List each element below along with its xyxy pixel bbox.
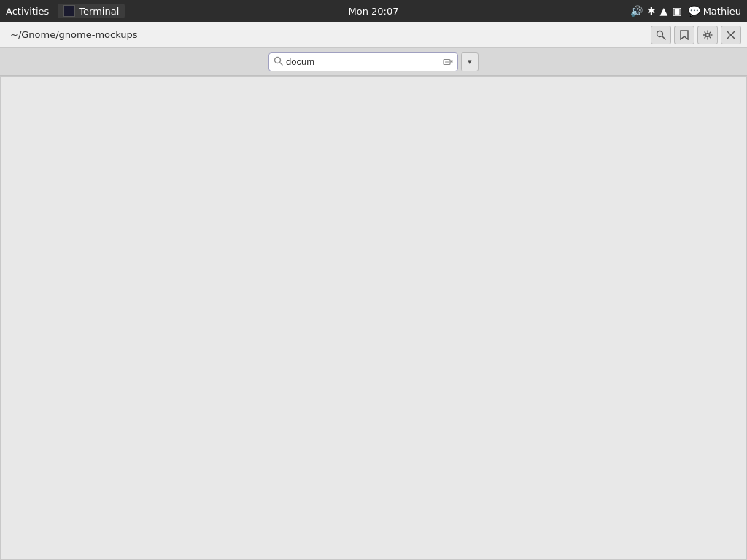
search-wrapper: ▾: [268, 52, 479, 71]
searchbar: ▾: [0, 48, 747, 76]
chat-icon: 💬: [688, 5, 700, 17]
search-input[interactable]: [286, 56, 441, 67]
volume-icon[interactable]: 🔊: [630, 5, 643, 17]
bookmark-icon: [680, 30, 689, 40]
user-menu[interactable]: 💬 Mathieu: [688, 5, 741, 17]
search-input-container: [268, 52, 458, 71]
terminal-icon: [63, 5, 75, 17]
search-options-button[interactable]: ▾: [461, 52, 479, 71]
battery-icon: ▣: [672, 5, 681, 17]
wifi-icon[interactable]: ▲: [660, 5, 668, 17]
topbar-left: Activities Terminal: [6, 4, 125, 18]
path-label: ~/Gnome/gnome-mockups: [6, 29, 138, 40]
clear-icon: [443, 57, 453, 67]
search-magnifier-icon: [274, 56, 283, 68]
username-label: Mathieu: [703, 6, 741, 17]
search-icon: [656, 30, 666, 40]
titlebar-buttons: [651, 26, 741, 44]
main-content-area: [0, 76, 747, 560]
bookmark-button[interactable]: [674, 26, 694, 44]
bluetooth-icon[interactable]: ✱: [647, 5, 656, 17]
activities-button[interactable]: Activities: [6, 6, 49, 17]
svg-line-1: [662, 36, 666, 39]
gear-icon: [703, 30, 713, 40]
topbar-datetime[interactable]: Mon 20:07: [348, 6, 398, 17]
titlebar: ~/Gnome/gnome-mockups: [0, 22, 747, 48]
topbar-right: 🔊 ✱ ▲ ▣ 💬 Mathieu: [630, 5, 741, 17]
system-topbar: Activities Terminal Mon 20:07 🔊 ✱ ▲ ▣ 💬 …: [0, 0, 747, 22]
svg-line-6: [280, 62, 283, 65]
search-clear-button[interactable]: [441, 57, 454, 67]
tray-icons: 🔊 ✱ ▲ ▣: [630, 5, 682, 17]
chevron-down-icon: ▾: [468, 57, 472, 66]
close-button[interactable]: [721, 26, 741, 44]
close-icon: [727, 31, 735, 39]
terminal-label: Terminal: [79, 6, 119, 17]
svg-point-2: [706, 33, 710, 36]
search-button[interactable]: [651, 26, 671, 44]
terminal-tab[interactable]: Terminal: [58, 4, 125, 18]
settings-button[interactable]: [697, 26, 718, 44]
